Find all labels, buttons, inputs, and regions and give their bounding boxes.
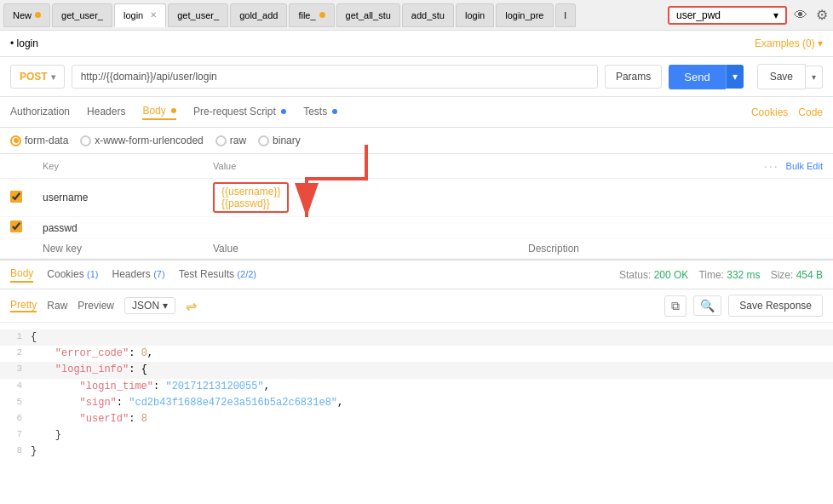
save-dropdown-button[interactable]: ▾ xyxy=(806,66,823,89)
username-value[interactable]: {{username}} xyxy=(221,186,280,198)
format-select[interactable]: JSON ▾ xyxy=(124,297,175,314)
line-num-4: 4 xyxy=(0,379,31,395)
tab-authorization[interactable]: Authorization xyxy=(10,106,70,119)
code-line-4: 4 "login_time": "20171213120055", xyxy=(0,379,833,395)
wrap-icon[interactable]: ⇌ xyxy=(186,298,197,314)
tab-body[interactable]: Body xyxy=(142,105,176,120)
new-value-input[interactable] xyxy=(213,243,508,255)
tab-login[interactable]: login ✕ xyxy=(114,3,166,27)
fmt-raw[interactable]: Raw xyxy=(47,300,67,312)
line-content-2: "error_code": 0, xyxy=(31,346,833,362)
size-label: Size: 454 B xyxy=(771,269,823,281)
code-line-7: 7 } xyxy=(0,427,833,444)
sub-tabs: Authorization Headers Body Pre-request S… xyxy=(0,97,833,128)
url-input[interactable] xyxy=(72,65,598,89)
tab-login2[interactable]: login xyxy=(456,3,494,27)
row2-key[interactable]: passwd xyxy=(43,222,78,234)
table-row: username {{username}} {{passwd}} xyxy=(0,179,833,217)
examples-link[interactable]: Examples (0) ▾ xyxy=(755,37,823,49)
save-button[interactable]: Save xyxy=(757,64,806,89)
tab-pre-request[interactable]: Pre-request Script xyxy=(193,106,286,119)
tab-file[interactable]: file_ xyxy=(289,3,334,27)
tab-get-all-stu[interactable]: get_all_stu xyxy=(336,3,400,27)
search-button[interactable]: 🔍 xyxy=(693,295,721,316)
th-value: Value xyxy=(203,154,518,179)
cookies-badge: (1) xyxy=(87,269,98,279)
raw-option[interactable]: raw xyxy=(215,135,246,146)
more-options-icon[interactable]: ··· xyxy=(764,159,779,173)
request-title-bar: • login Examples (0) ▾ xyxy=(0,31,833,57)
tab-new-label: New xyxy=(13,10,32,20)
line-content-8: } xyxy=(31,444,833,459)
params-button[interactable]: Params xyxy=(605,65,662,89)
copy-button[interactable]: ⧉ xyxy=(664,295,687,317)
row1-checkbox[interactable] xyxy=(10,191,22,203)
tests-dot xyxy=(332,109,337,114)
table-row: passwd xyxy=(0,217,833,239)
tab-login-pre[interactable]: login_pre xyxy=(496,3,553,27)
bulk-edit-button[interactable]: Bulk Edit xyxy=(786,161,823,171)
tab-new-dot xyxy=(35,12,41,18)
new-key-input[interactable] xyxy=(43,243,192,255)
form-data-radio[interactable] xyxy=(10,135,21,146)
size-value: 454 B xyxy=(796,269,823,281)
cookies-link[interactable]: Cookies xyxy=(751,106,788,118)
tab-l[interactable]: l xyxy=(555,3,576,27)
line-num-8: 8 xyxy=(0,444,31,459)
table-row-new xyxy=(0,239,833,259)
row1-key[interactable]: username xyxy=(43,192,88,203)
resp-tab-body[interactable]: Body xyxy=(10,267,33,283)
urlencoded-option[interactable]: x-www-form-urlencoded xyxy=(80,135,203,146)
binary-radio[interactable] xyxy=(258,135,269,146)
fmt-preview[interactable]: Preview xyxy=(78,300,114,312)
binary-option[interactable]: binary xyxy=(258,135,301,146)
headers-badge: (7) xyxy=(153,269,164,279)
tab-bar: New get_user_ login ✕ get_user_ gold_add… xyxy=(0,0,833,31)
tab-get-user2[interactable]: get_user_ xyxy=(168,3,228,27)
code-link[interactable]: Code xyxy=(798,106,823,118)
request-title: • login xyxy=(10,37,38,49)
send-arrow-button[interactable]: ▾ xyxy=(726,65,744,89)
eye-icon[interactable]: 👁 xyxy=(792,6,809,25)
code-line-6: 6 "userId": 8 xyxy=(0,411,833,427)
fmt-pretty[interactable]: Pretty xyxy=(10,299,37,312)
tab-get-user[interactable]: get_user_ xyxy=(52,3,112,27)
env-value: user_pwd xyxy=(676,9,721,21)
status-info: Status: 200 OK Time: 332 ms Size: 454 B xyxy=(619,269,823,281)
send-button[interactable]: Send xyxy=(669,65,725,89)
chevron-down-icon: ▾ xyxy=(773,9,778,21)
response-actions: ⧉ 🔍 Save Response xyxy=(664,295,823,317)
code-line-5: 5 "sign": "cd2b43f1688e472e3a516b5a2c683… xyxy=(0,395,833,411)
tab-new[interactable]: New xyxy=(3,3,50,27)
tab-add-stu[interactable]: add_stu xyxy=(402,3,454,27)
binary-label: binary xyxy=(273,135,301,146)
raw-radio[interactable] xyxy=(215,135,227,146)
tab-tests[interactable]: Tests xyxy=(303,106,337,119)
close-icon[interactable]: ✕ xyxy=(150,10,157,20)
line-num-2: 2 xyxy=(0,346,31,362)
form-data-option[interactable]: form-data xyxy=(10,135,68,146)
gear-icon[interactable]: ⚙ xyxy=(814,5,830,25)
tab-l-label: l xyxy=(565,10,566,20)
line-num-5: 5 xyxy=(0,395,31,411)
resp-tab-headers[interactable]: Headers (7) xyxy=(112,268,165,282)
new-desc-input[interactable] xyxy=(528,243,823,255)
tab-gold-add[interactable]: gold_add xyxy=(230,3,287,27)
row2-desc xyxy=(518,217,833,239)
row2-checkbox[interactable] xyxy=(10,220,22,232)
tab-headers[interactable]: Headers xyxy=(87,106,125,119)
url-bar: POST ▾ Params Send ▾ Save ▾ xyxy=(0,57,833,97)
method-dropdown[interactable]: POST ▾ xyxy=(10,65,65,89)
save-response-button[interactable]: Save Response xyxy=(728,295,823,317)
th-description: ··· Bulk Edit xyxy=(518,154,833,179)
urlencoded-radio[interactable] xyxy=(80,135,91,146)
line-content-7: } xyxy=(31,427,833,444)
env-dropdown[interactable]: user_pwd ▾ xyxy=(668,6,787,25)
tab-login2-label: login xyxy=(465,10,485,20)
resp-tab-tests[interactable]: Test Results (2/2) xyxy=(179,268,256,282)
resp-tab-cookies[interactable]: Cookies (1) xyxy=(47,268,98,282)
line-num-7: 7 xyxy=(0,427,31,444)
passwd-value[interactable]: {{passwd}} xyxy=(221,198,280,209)
th-key: Key xyxy=(32,154,203,179)
code-line-3: 3 "login_info": { xyxy=(0,362,833,378)
